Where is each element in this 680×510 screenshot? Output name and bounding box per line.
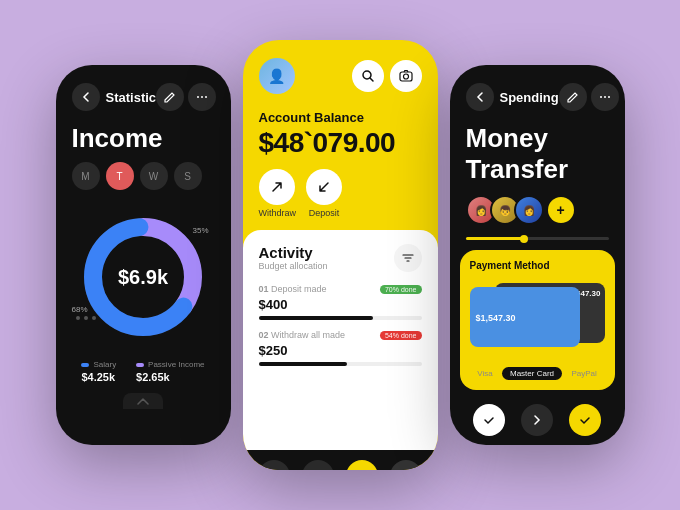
- donut-amount: $6.9k: [118, 266, 168, 289]
- back-button[interactable]: [72, 83, 100, 111]
- trans1-badge: 70% done: [380, 285, 422, 294]
- trans2-desc: Withdraw all made: [271, 330, 345, 340]
- paypal-tab[interactable]: PayPal: [565, 367, 602, 380]
- svg-point-8: [403, 74, 408, 79]
- phone-transfer: Spending MoneyTransfer: [450, 65, 625, 445]
- trans2-amount: $250: [259, 343, 422, 358]
- progress-indicator: [520, 235, 528, 243]
- trans1-progress-fill: [259, 316, 373, 320]
- payment-method-section: Payment Method $16,547.30 $1,547.30 Visa…: [460, 250, 615, 390]
- trans1-top: 01 Deposit made 70% done: [259, 284, 422, 294]
- dot-3: [92, 316, 96, 320]
- chevron-right-button[interactable]: [521, 404, 553, 436]
- filter-button[interactable]: [394, 244, 422, 272]
- mastercard-tab[interactable]: Master Card: [502, 367, 562, 380]
- svg-point-13: [600, 96, 602, 98]
- phone3-header-left: Spending: [466, 83, 559, 111]
- phones-container: Statistic Income M: [36, 20, 645, 490]
- user-avatar: 👤: [259, 58, 295, 94]
- balance-label: Account Balance: [243, 102, 438, 125]
- trans1-progress-bg: [259, 316, 422, 320]
- trans2-top: 02 Withdraw all made 54% done: [259, 330, 422, 340]
- phone3-header-right: [559, 83, 619, 111]
- svg-point-2: [205, 96, 207, 98]
- passive-label-text: Passive Income: [148, 360, 204, 369]
- deposit-label: Deposit: [309, 208, 340, 218]
- day-tabs: M T W S: [56, 162, 231, 202]
- legend-salary-label: Salary: [81, 360, 116, 369]
- visa-tab[interactable]: Visa: [471, 367, 498, 380]
- dots-indicator: [76, 316, 96, 320]
- nav-grid-button[interactable]: [346, 460, 378, 470]
- card-front: $1,547.30: [470, 287, 580, 347]
- nav-trash-button[interactable]: [258, 460, 290, 470]
- trans2-num: 02: [259, 330, 269, 340]
- trans2-badge: 54% done: [380, 331, 422, 340]
- phone2-header-icons: [352, 60, 422, 92]
- deposit-button[interactable]: Deposit: [306, 169, 342, 218]
- day-tab-s[interactable]: S: [174, 162, 202, 190]
- transfer-progress: [466, 237, 609, 240]
- progress-fill: [466, 237, 523, 240]
- donut-chart: $6.9k 35% 68%: [56, 202, 231, 352]
- trans2-progress-fill: [259, 362, 347, 366]
- transaction-2: 02 Withdraw all made 54% done $250: [259, 330, 422, 366]
- donut-percent2-area: 68%: [72, 305, 96, 320]
- dot-2: [84, 316, 88, 320]
- deposit-icon-circle: [306, 169, 342, 205]
- passive-dot: [136, 363, 144, 367]
- check-button-right[interactable]: [569, 404, 601, 436]
- phone1-header: Statistic: [56, 65, 231, 119]
- trans1-label: 01 Deposit made: [259, 284, 327, 294]
- income-title: Income: [56, 119, 231, 162]
- balance-amount: $48`079.00: [243, 125, 438, 169]
- transaction-1: 01 Deposit made 70% done $400: [259, 284, 422, 320]
- camera-button[interactable]: [390, 60, 422, 92]
- phone2-header: 👤: [243, 40, 438, 102]
- salary-value: $4.25k: [81, 371, 116, 383]
- legend-salary: Salary $4.25k: [81, 360, 116, 383]
- phone1-header-left: Statistic: [72, 83, 157, 111]
- day-tab-w[interactable]: W: [140, 162, 168, 190]
- donut-percent1: 35%: [192, 226, 208, 235]
- salary-label-text: Salary: [93, 360, 116, 369]
- avatar-image: 👤: [259, 58, 295, 94]
- bottom-bump-shape: [123, 393, 163, 409]
- svg-point-1: [201, 96, 203, 98]
- svg-point-14: [604, 96, 606, 98]
- back-button-3[interactable]: [466, 83, 494, 111]
- add-recipient-button[interactable]: +: [548, 197, 574, 223]
- trans2-label: 02 Withdraw all made: [259, 330, 346, 340]
- phone1-header-right: [156, 83, 216, 111]
- card-front-amount: $1,547.30: [476, 313, 516, 323]
- bottom-indicator: [56, 393, 231, 409]
- nav-share-button[interactable]: [302, 460, 334, 470]
- avatar-3-img: 👩: [516, 197, 542, 223]
- check-button-left[interactable]: [473, 404, 505, 436]
- activity-header: Activity Budget allocation: [259, 244, 422, 272]
- more-button[interactable]: [188, 83, 216, 111]
- avatar-3: 👩: [514, 195, 544, 225]
- withdraw-button[interactable]: Withdraw: [259, 169, 297, 218]
- passive-value: $2.65k: [136, 371, 204, 383]
- trans1-num: 01: [259, 284, 269, 294]
- trans1-amount: $400: [259, 297, 422, 312]
- spending-title: Spending: [500, 90, 559, 105]
- action-row: Withdraw Deposit: [243, 169, 438, 230]
- more-button-3[interactable]: [591, 83, 619, 111]
- svg-point-0: [197, 96, 199, 98]
- withdraw-label: Withdraw: [259, 208, 297, 218]
- search-button[interactable]: [352, 60, 384, 92]
- day-tab-t[interactable]: T: [106, 162, 134, 190]
- edit-button-3[interactable]: [559, 83, 587, 111]
- edit-button[interactable]: [156, 83, 184, 111]
- donut-center: $6.9k: [118, 266, 168, 289]
- svg-rect-7: [400, 72, 412, 81]
- activity-subtitle: Budget allocation: [259, 261, 328, 271]
- bottom-nav: +: [243, 450, 438, 470]
- phone-statistic: Statistic Income M: [56, 65, 231, 445]
- activity-section: Activity Budget allocation 01 Deposit ma…: [243, 230, 438, 450]
- day-tab-m[interactable]: M: [72, 162, 100, 190]
- cards-stack: $16,547.30 $1,547.30: [470, 279, 605, 359]
- nav-plus-button[interactable]: +: [390, 460, 422, 470]
